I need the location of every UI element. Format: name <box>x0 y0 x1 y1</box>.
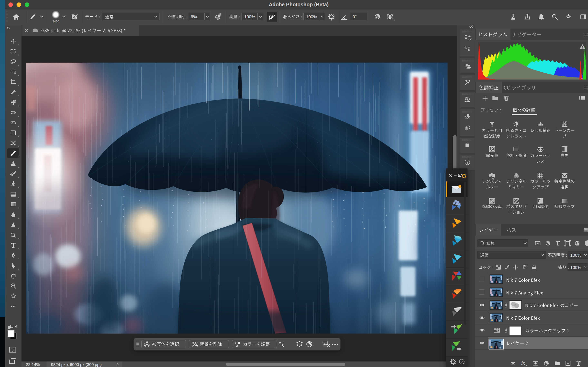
svg-text:?: ? <box>461 360 463 363</box>
svg-text:fx: fx <box>521 360 525 366</box>
